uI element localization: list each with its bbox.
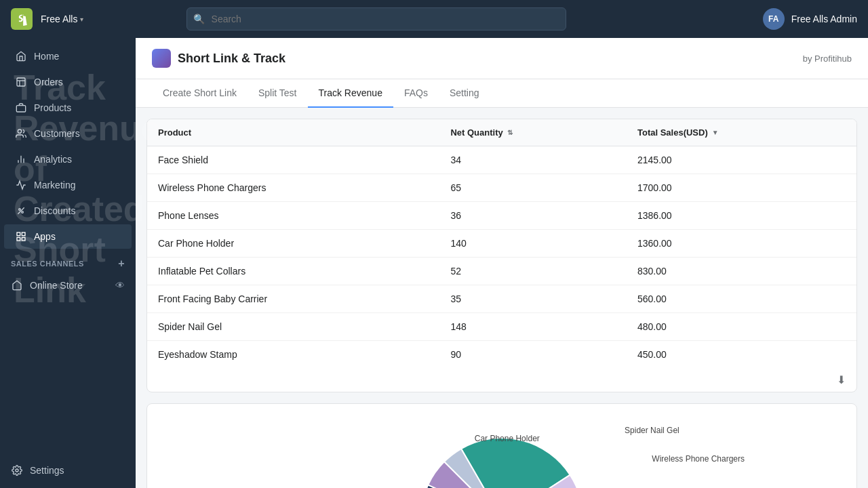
shopify-logo bbox=[11, 8, 33, 30]
cell-net-quantity: 36 bbox=[439, 202, 627, 230]
cell-product: Spider Nail Gel bbox=[147, 313, 439, 341]
cell-net-quantity: 90 bbox=[439, 341, 627, 369]
cell-total-sales: 560.00 bbox=[627, 285, 856, 313]
app-title: Short Link & Track bbox=[178, 52, 285, 66]
tab-split-test[interactable]: Split Test bbox=[248, 79, 308, 108]
download-button[interactable]: ⬇ bbox=[837, 373, 846, 386]
add-channel-button[interactable]: + bbox=[118, 258, 125, 270]
col-total-sales[interactable]: Total Sales(USD) ▼ bbox=[627, 119, 856, 146]
user-name: Free Alls Admin bbox=[791, 14, 857, 24]
sidebar-item-settings[interactable]: Settings bbox=[0, 458, 136, 483]
cell-product: Face Shield bbox=[147, 146, 439, 174]
discounts-icon bbox=[15, 205, 27, 217]
sidebar-label-home: Home bbox=[34, 51, 59, 62]
sidebar-item-apps[interactable]: Apps bbox=[4, 224, 132, 249]
cell-product: Inflatable Pet Collars bbox=[147, 258, 439, 285]
sidebar-item-marketing[interactable]: Marketing bbox=[4, 173, 132, 197]
svg-point-8 bbox=[22, 211, 24, 214]
sales-channels-section: SALES CHANNELS + bbox=[0, 249, 136, 274]
table-row: Car Phone Holder 140 1360.00 bbox=[147, 230, 856, 258]
pie-chart-container: Car Phone Holder Spider Nail Gel Wireles… bbox=[161, 418, 843, 488]
sidebar-label-apps: Apps bbox=[34, 231, 56, 242]
svg-point-3 bbox=[18, 129, 21, 133]
sidebar-item-products[interactable]: Products bbox=[4, 96, 132, 120]
sidebar-item-online-store[interactable]: Online Store 👁 bbox=[0, 274, 136, 297]
table-row: Eyeshadow Stamp 90 450.00 bbox=[147, 341, 856, 369]
table-row: Inflatable Pet Collars 52 830.00 bbox=[147, 258, 856, 285]
tab-create-short-link[interactable]: Create Short Link bbox=[152, 79, 248, 108]
label-wireless-phone-chargers: Wireless Phone Chargers bbox=[652, 454, 745, 464]
apps-icon bbox=[15, 230, 27, 243]
svg-rect-0 bbox=[17, 78, 25, 86]
user-area: FA Free Alls Admin bbox=[763, 8, 857, 30]
eye-icon[interactable]: 👁 bbox=[115, 280, 125, 291]
store-name[interactable]: Free Alls ▾ bbox=[41, 14, 83, 24]
cell-net-quantity: 35 bbox=[439, 285, 627, 313]
table-row: Front Facing Baby Carrier 35 560.00 bbox=[147, 285, 856, 313]
cell-net-quantity: 148 bbox=[439, 313, 627, 341]
products-icon bbox=[15, 102, 27, 114]
col-product: Product bbox=[147, 119, 439, 146]
cell-product: Wireless Phone Chargers bbox=[147, 174, 439, 202]
cell-total-sales: 830.00 bbox=[627, 258, 856, 285]
cell-total-sales: 2145.00 bbox=[627, 146, 856, 174]
col-net-quantity[interactable]: Net Quantity ⇅ bbox=[439, 119, 627, 146]
cell-total-sales: 1700.00 bbox=[627, 174, 856, 202]
label-car-phone-holder: Car Phone Holder bbox=[475, 434, 540, 443]
tabs-bar: Create Short Link Split Test Track Reven… bbox=[136, 79, 868, 108]
sidebar-item-discounts[interactable]: Discounts bbox=[4, 199, 132, 223]
download-icon-wrap: ⬇ bbox=[147, 368, 856, 392]
sidebar-label-analytics: Analytics bbox=[34, 154, 72, 165]
sidebar: Home Orders Products Customers Analytics bbox=[0, 38, 136, 488]
cell-net-quantity: 65 bbox=[439, 174, 627, 202]
sort-desc-icon: ▼ bbox=[712, 129, 719, 136]
sidebar-label-orders: Orders bbox=[34, 77, 63, 87]
cell-product: Eyeshadow Stamp bbox=[147, 341, 439, 369]
table-row: Spider Nail Gel 148 480.00 bbox=[147, 313, 856, 341]
table-row: Wireless Phone Chargers 65 1700.00 bbox=[147, 174, 856, 202]
online-store-label: Online Store bbox=[30, 280, 83, 291]
svg-rect-11 bbox=[22, 232, 25, 236]
svg-point-14 bbox=[16, 469, 18, 472]
cell-product: Car Phone Holder bbox=[147, 230, 439, 258]
tab-faqs[interactable]: FAQs bbox=[393, 79, 439, 108]
sidebar-item-home[interactable]: Home bbox=[4, 44, 132, 68]
label-spider-nail-gel: Spider Nail Gel bbox=[625, 426, 679, 435]
marketing-icon bbox=[15, 179, 27, 191]
tab-track-revenue[interactable]: Track Revenue bbox=[308, 79, 393, 108]
tab-setting[interactable]: Setting bbox=[439, 79, 490, 108]
table-row: Phone Lenses 36 1386.00 bbox=[147, 202, 856, 230]
search-input[interactable] bbox=[186, 7, 566, 30]
avatar: FA bbox=[763, 8, 785, 30]
cell-total-sales: 450.00 bbox=[627, 341, 856, 369]
app-by: by Profitihub bbox=[803, 54, 852, 64]
svg-point-7 bbox=[19, 209, 21, 211]
orders-icon bbox=[15, 76, 27, 88]
cell-total-sales: 1386.00 bbox=[627, 202, 856, 230]
cell-product: Front Facing Baby Carrier bbox=[147, 285, 439, 313]
cell-product: Phone Lenses bbox=[147, 202, 439, 230]
settings-icon bbox=[11, 464, 23, 476]
home-icon bbox=[15, 50, 27, 62]
topbar: Free Alls ▾ 🔍 FA Free Alls Admin bbox=[0, 0, 868, 38]
customers-icon bbox=[15, 127, 27, 140]
sidebar-item-orders[interactable]: Orders bbox=[4, 70, 132, 94]
sort-icon: ⇅ bbox=[507, 129, 513, 136]
sidebar-label-products: Products bbox=[34, 102, 71, 113]
svg-rect-10 bbox=[17, 232, 20, 236]
online-store-icon bbox=[11, 279, 23, 291]
sidebar-item-customers[interactable]: Customers bbox=[4, 121, 132, 146]
sidebar-label-discounts: Discounts bbox=[34, 205, 75, 216]
cell-net-quantity: 140 bbox=[439, 230, 627, 258]
analytics-icon bbox=[15, 153, 27, 165]
search-icon: 🔍 bbox=[193, 14, 205, 24]
cell-net-quantity: 34 bbox=[439, 146, 627, 174]
cell-total-sales: 1360.00 bbox=[627, 230, 856, 258]
cell-net-quantity: 52 bbox=[439, 258, 627, 285]
table-row: Face Shield 34 2145.00 bbox=[147, 146, 856, 174]
svg-rect-13 bbox=[17, 237, 20, 241]
sidebar-item-analytics[interactable]: Analytics bbox=[4, 147, 132, 171]
settings-label: Settings bbox=[30, 465, 64, 476]
app-header: Short Link & Track by Profitihub bbox=[136, 38, 868, 79]
pie-chart-section: Car Phone Holder Spider Nail Gel Wireles… bbox=[146, 403, 857, 488]
